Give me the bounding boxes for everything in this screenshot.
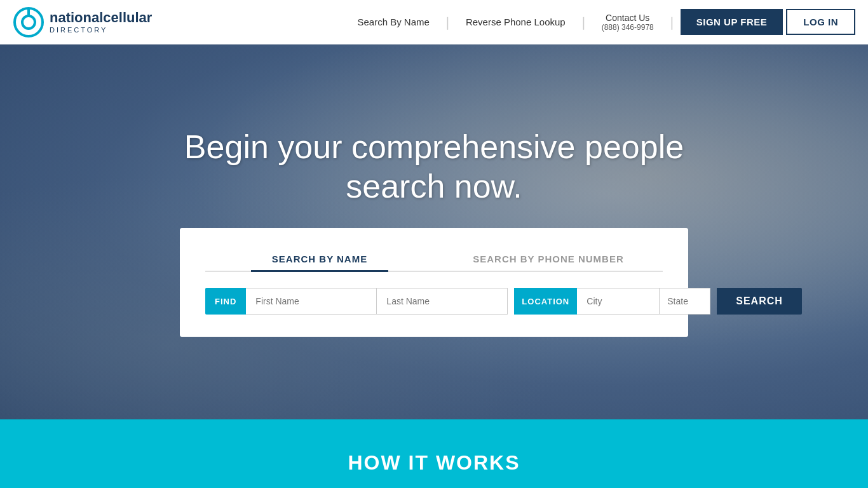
city-input[interactable]	[577, 288, 660, 315]
brand-name: nationalcellular	[50, 10, 152, 25]
nav-search-by-name[interactable]: Search By Name	[345, 17, 442, 27]
nav-contact: Contact Us (888) 346-9978	[589, 13, 667, 32]
search-tabs: SEARCH BY NAME SEARCH BY PHONE NUMBER	[205, 247, 663, 272]
how-it-works-title: HOW IT WORKS	[13, 451, 855, 475]
first-name-input[interactable]	[246, 288, 377, 315]
hero-content: Begin your comprehensive people search n…	[0, 127, 868, 337]
logo[interactable]: nationalcellular DIRECTORY	[13, 6, 152, 38]
hero-section: Begin your comprehensive people search n…	[0, 44, 868, 419]
login-button[interactable]: LOG IN	[786, 9, 855, 35]
signup-button[interactable]: SIGN UP FREE	[681, 9, 783, 35]
last-name-input[interactable]	[377, 288, 508, 315]
nav-divider-3: ❘	[667, 15, 677, 30]
contact-phone: (888) 346-9978	[602, 23, 654, 32]
location-label: LOCATION	[514, 288, 577, 315]
search-form-row: FIND LOCATION SEARCH	[205, 288, 663, 315]
how-it-works-description: Our cell phone directory is easy to use …	[243, 484, 625, 488]
how-it-works-section: HOW IT WORKS Our cell phone directory is…	[0, 419, 868, 488]
logo-text: nationalcellular DIRECTORY	[50, 10, 152, 33]
main-nav: Search By Name ❘ Reverse Phone Lookup ❘ …	[345, 9, 856, 35]
search-button[interactable]: SEARCH	[717, 288, 802, 315]
site-header: nationalcellular DIRECTORY Search By Nam…	[0, 0, 868, 44]
nav-divider-2: ❘	[578, 15, 589, 30]
nav-reverse-phone[interactable]: Reverse Phone Lookup	[453, 17, 578, 27]
brand-directory: DIRECTORY	[50, 26, 152, 34]
hero-title: Begin your comprehensive people search n…	[180, 127, 688, 207]
contact-us-label: Contact Us	[606, 13, 649, 23]
tab-search-by-phone[interactable]: SEARCH BY PHONE NUMBER	[434, 247, 663, 271]
tab-search-by-name[interactable]: SEARCH BY NAME	[205, 247, 434, 271]
nav-divider-1: ❘	[442, 15, 453, 30]
find-label: FIND	[205, 288, 246, 315]
logo-brand: nationalcellular	[50, 10, 152, 25]
svg-point-1	[22, 16, 35, 29]
state-input[interactable]	[660, 288, 710, 315]
search-box: SEARCH BY NAME SEARCH BY PHONE NUMBER FI…	[180, 228, 688, 337]
logo-icon	[13, 6, 44, 38]
